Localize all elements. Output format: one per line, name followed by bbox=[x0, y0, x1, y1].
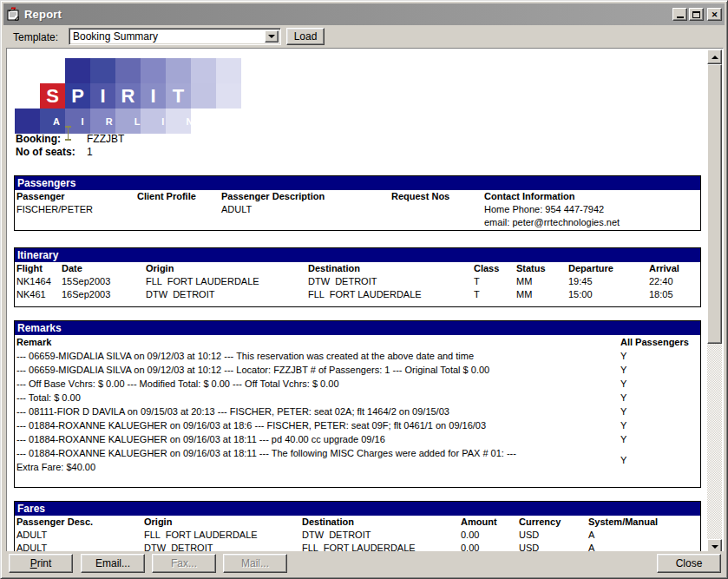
fare-amount: 0.00 bbox=[459, 529, 517, 542]
logo-square bbox=[115, 58, 141, 83]
remark-text: --- 01884-ROXANNE KALUEGHER on 09/16/03 … bbox=[15, 432, 619, 446]
load-button[interactable]: Load bbox=[286, 28, 325, 45]
all-passengers-flag: Y bbox=[619, 377, 700, 391]
flight-value: NK1464 bbox=[15, 275, 60, 288]
col-fare-origin: Origin bbox=[142, 516, 300, 529]
fares-table: Passenger Desc. Origin Destination Amoun… bbox=[15, 516, 700, 554]
logo-square: R bbox=[115, 83, 141, 109]
scroll-up-button[interactable] bbox=[707, 49, 722, 64]
scrollbar-thumb[interactable] bbox=[707, 64, 722, 344]
contact-email: email: peter@rrtechnologies.net bbox=[482, 216, 700, 229]
col-status: Status bbox=[515, 262, 567, 275]
request-nos-value bbox=[390, 203, 482, 216]
report-document-icon bbox=[6, 7, 21, 22]
fare-origin: FLL FORT LAUDERDALE bbox=[142, 529, 300, 542]
remarks-section: Remarks Remark All Passengers --- 06659-… bbox=[14, 320, 701, 488]
remark-text: --- Off Base Vchrs: $ 0.00 --- Modified … bbox=[15, 377, 619, 391]
print-label-rest: rint bbox=[37, 557, 52, 569]
col-system-manual: System/Manual bbox=[587, 516, 700, 529]
remarks-table: Remark All Passengers --- 06659-MIGDALIA… bbox=[15, 335, 700, 474]
close-button[interactable]: Close bbox=[657, 554, 721, 573]
departure-value: 15:00 bbox=[567, 288, 647, 301]
template-combobox[interactable]: Booking Summary bbox=[69, 28, 281, 45]
title-bar[interactable]: Report ✕ bbox=[3, 3, 725, 25]
all-passengers-flag: Y bbox=[619, 349, 700, 363]
col-departure: Departure bbox=[567, 262, 647, 275]
template-label: Template: bbox=[13, 31, 58, 43]
report-window: Report ✕ Template: Booking Summary Load … bbox=[0, 0, 728, 579]
logo-square: P bbox=[65, 83, 90, 109]
table-row: --- 06659-MIGDALIA SILVA on 09/12/03 at … bbox=[15, 349, 700, 363]
remark-text: --- 01884-ROXANNE KALUEGHER on 09/16/03 … bbox=[15, 446, 619, 474]
col-origin: Origin bbox=[144, 262, 306, 275]
col-client-profile: Client Profile bbox=[135, 190, 220, 203]
fare-passenger-desc: ADULT bbox=[15, 529, 142, 542]
table-row: NK1464 15Sep2003 FLL FORT LAUDERDALE DTW… bbox=[15, 275, 700, 288]
logo-square: S bbox=[40, 83, 65, 109]
fare-currency: USD bbox=[517, 529, 587, 542]
client-profile-value bbox=[135, 203, 220, 216]
all-passengers-flag: Y bbox=[619, 446, 700, 474]
remark-text: --- 08111-FIOR D DAVILA on 09/15/03 at 2… bbox=[15, 405, 619, 418]
maximize-button[interactable] bbox=[689, 8, 704, 21]
logo-square bbox=[191, 58, 216, 83]
passengers-section-title: Passengers bbox=[15, 176, 700, 190]
chevron-up-icon bbox=[712, 56, 718, 59]
remark-text: --- 06659-MIGDALIA SILVA on 09/12/03 at … bbox=[15, 349, 619, 363]
fare-system-manual: A bbox=[587, 529, 700, 542]
minimize-button[interactable] bbox=[672, 8, 687, 21]
fares-section-title: Fares bbox=[15, 502, 700, 516]
chevron-down-icon bbox=[268, 35, 275, 38]
table-row: email: peter@rrtechnologies.net bbox=[15, 216, 700, 229]
logo-airlines-text: A I R L I N E S bbox=[53, 116, 259, 127]
table-row: --- 08111-FIOR D DAVILA on 09/15/03 at 2… bbox=[15, 405, 700, 418]
class-value: T bbox=[472, 288, 515, 301]
col-contact-information: Contact Information bbox=[482, 190, 700, 203]
mail-button[interactable]: Mail... bbox=[223, 554, 287, 573]
col-passenger: Passenger bbox=[15, 190, 135, 203]
col-currency: Currency bbox=[517, 516, 587, 529]
remarks-section-title: Remarks bbox=[15, 321, 700, 335]
seats-value: 1 bbox=[87, 146, 93, 158]
logo-square bbox=[141, 58, 166, 83]
minimize-icon bbox=[677, 16, 684, 18]
table-row: --- 01884-ROXANNE KALUEGHER on 09/16/03 … bbox=[15, 418, 700, 432]
departure-value: 19:45 bbox=[567, 275, 647, 288]
vertical-scrollbar[interactable] bbox=[707, 49, 722, 554]
fax-button[interactable]: Fax... bbox=[152, 554, 216, 573]
template-selected-value: Booking Summary bbox=[73, 30, 158, 43]
spirit-logo: TIRIPS A I R L I N E S bbox=[15, 58, 242, 134]
logo-square: I bbox=[90, 83, 115, 109]
itinerary-section: Itinerary Flight Date Origin Destination… bbox=[14, 247, 701, 307]
seats-label: No of seats: bbox=[16, 146, 75, 158]
table-row: --- 01884-ROXANNE KALUEGHER on 09/16/03 … bbox=[15, 446, 700, 474]
logo-square: T bbox=[166, 83, 191, 109]
all-passengers-flag: Y bbox=[619, 432, 700, 446]
logo-square bbox=[166, 58, 191, 83]
col-passenger-description: Passenger Description bbox=[220, 190, 390, 203]
passenger-description-value: ADULT bbox=[220, 203, 390, 216]
col-passenger-desc: Passenger Desc. bbox=[15, 516, 142, 529]
passenger-name: FISCHER/PETER bbox=[15, 203, 135, 216]
col-class: Class bbox=[472, 262, 515, 275]
col-destination: Destination bbox=[306, 262, 472, 275]
print-button[interactable]: Print bbox=[9, 554, 73, 573]
itinerary-table: Flight Date Origin Destination Class Sta… bbox=[15, 262, 700, 301]
flight-value: NK461 bbox=[15, 288, 60, 301]
col-remark: Remark bbox=[15, 335, 619, 349]
table-row: NK461 16Sep2003 DTW DETROIT FLL FORT LAU… bbox=[15, 288, 700, 301]
arrival-value: 22:40 bbox=[647, 275, 700, 288]
close-window-button[interactable]: ✕ bbox=[707, 8, 722, 21]
col-all-passengers: All Passengers bbox=[619, 335, 700, 349]
table-row: --- 06659-MIGDALIA SILVA on 09/12/03 at … bbox=[15, 363, 700, 377]
contact-home-phone: Home Phone: 954 447-7942 bbox=[482, 203, 700, 216]
logo-square: I bbox=[141, 83, 166, 109]
origin-value: DTW DETROIT bbox=[144, 288, 306, 301]
email-button[interactable]: Email... bbox=[81, 554, 145, 573]
destination-value: DTW DETROIT bbox=[306, 275, 472, 288]
table-row: --- 01884-ROXANNE KALUEGHER on 09/16/03 … bbox=[15, 432, 700, 446]
date-value: 16Sep2003 bbox=[60, 288, 144, 301]
logo-square bbox=[90, 58, 115, 83]
combo-dropdown-button[interactable] bbox=[265, 30, 279, 43]
window-title: Report bbox=[24, 8, 672, 21]
